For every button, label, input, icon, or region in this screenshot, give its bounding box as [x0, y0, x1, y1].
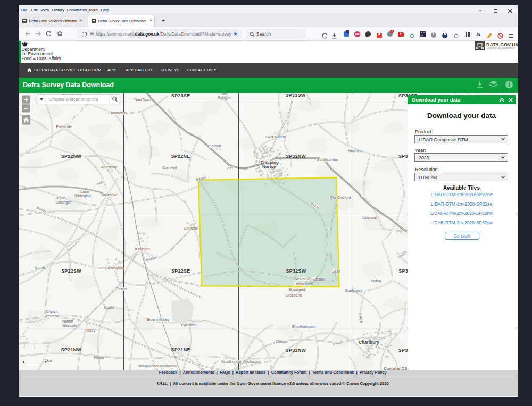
svg-text:Fifield: Fifield — [94, 355, 104, 359]
svg-text:Bould: Bould — [104, 305, 114, 309]
svg-text:Idbury: Idbury — [85, 328, 95, 332]
svg-text:Kingham: Kingham — [135, 247, 149, 251]
svg-text:SP32SW: SP32SW — [286, 268, 306, 273]
svg-text:Westcote: Westcote — [62, 323, 77, 327]
svg-text:Norton: Norton — [262, 164, 276, 169]
svg-text:Spelsbury: Spelsbury — [345, 287, 362, 292]
svg-text:NewTown: NewTown — [135, 97, 151, 101]
svg-text:Old Chalford: Old Chalford — [330, 195, 351, 199]
svg-text:Churchill: Churchill — [184, 225, 198, 230]
svg-text:Cornwell: Cornwell — [162, 165, 177, 169]
svg-text:Oddington: Oddington — [74, 194, 91, 198]
svg-text:Ascott-under-Wychwood: Ascott-under-Wychwood — [221, 360, 261, 364]
svg-text:Bruern Abbey: Bruern Abbey — [147, 318, 170, 322]
svg-text:SP32NW: SP32NW — [286, 153, 306, 158]
svg-text:Taston: Taston — [370, 278, 381, 282]
svg-text:1km: 1km — [45, 358, 52, 362]
svg-text:Oddington: Oddington — [56, 200, 73, 204]
svg-text:Bledington: Bledington — [105, 266, 123, 270]
svg-text:SP22NW: SP22NW — [61, 154, 82, 159]
svg-text:SP23SE: SP23SE — [171, 93, 190, 98]
svg-text:Adlestrop: Adlestrop — [101, 165, 117, 170]
svg-text:Dean: Dean — [331, 269, 340, 273]
svg-text:Southcombe: Southcombe — [317, 157, 338, 161]
svg-text:Brookend: Brookend — [289, 287, 305, 291]
svg-text:Salford: Salford — [209, 143, 221, 148]
svg-text:SP21NE: SP21NE — [171, 346, 190, 352]
svg-text:Over Norton: Over Norton — [265, 134, 286, 138]
svg-text:Greenend: Greenend — [286, 293, 302, 297]
svg-text:Lyneham: Lyneham — [181, 323, 197, 327]
svg-text:Chastleton: Chastleton — [108, 110, 126, 115]
svg-text:Daylesford: Daylesford — [101, 192, 119, 197]
svg-text:Choose a location or tile: Choose a location or tile — [49, 96, 98, 102]
svg-text:SP31NW: SP31NW — [286, 348, 306, 353]
svg-text:Heythrop: Heythrop — [348, 148, 363, 153]
svg-text:Chadlington: Chadlington — [293, 282, 313, 286]
svg-text:Icomb: Icomb — [35, 266, 45, 269]
svg-text:Eastend: Eastend — [313, 277, 327, 281]
svg-text:Westcote: Westcote — [44, 314, 59, 317]
svg-text:Rollright: Rollright — [218, 96, 230, 100]
svg-text:SP33SW: SP33SW — [285, 93, 305, 98]
svg-text:Chilson: Chilson — [276, 340, 288, 343]
svg-text:Shorthampton: Shorthampton — [292, 324, 315, 328]
svg-text:SP21NW: SP21NW — [61, 346, 82, 352]
svg-text:SP22SW: SP22SW — [61, 268, 81, 273]
svg-text:SP22NE: SP22NE — [171, 154, 190, 159]
svg-text:Evenlode: Evenlode — [56, 124, 72, 129]
svg-text:Foscot: Foscot — [116, 286, 127, 290]
svg-text:Church: Church — [46, 309, 58, 313]
svg-text:Little: Little — [220, 93, 228, 96]
svg-text:Lidstone: Lidstone — [362, 216, 377, 219]
svg-text:Charlbury: Charlbury — [359, 340, 379, 345]
svg-text:Upper: Upper — [56, 196, 66, 200]
svg-text:Contains OS d: Contains OS d — [384, 366, 411, 370]
svg-text:Westend: Westend — [294, 276, 309, 280]
svg-text:Milton-under-Wychwood: Milton-under-Wychwood — [138, 364, 177, 368]
svg-text:Lower: Lower — [80, 190, 90, 193]
svg-text:SP22SE: SP22SE — [171, 268, 190, 273]
svg-text:Nether: Nether — [62, 319, 73, 323]
